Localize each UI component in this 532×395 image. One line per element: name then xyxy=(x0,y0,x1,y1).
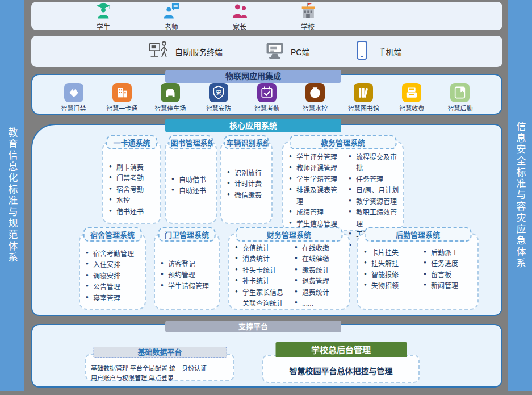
admin-platform-content: 智慧校园平台总体把控与管理 xyxy=(263,365,418,376)
iot-label: 智慧后勤 xyxy=(447,103,472,113)
system-item-list: 后勤派工 任务进度 留言板 新闻管理 xyxy=(418,248,477,292)
system-title: 图书管理系统 xyxy=(168,135,213,149)
system-title: 财务管理系统 xyxy=(236,227,343,242)
system-box-academic: 教务管理系统 学生评分管理 教师评课管理 学生学籍管理 排课及课表管理 成绩管理… xyxy=(282,141,404,231)
terminals-panel: 自助服务终端 PC端 手机端 xyxy=(31,36,502,67)
core-section-header: 核心应用系统 xyxy=(165,119,341,132)
iot-item-logistics: 智慧后勤 xyxy=(436,83,484,113)
system-item: 补卡统计 xyxy=(235,276,287,287)
system-item-list: 在线收缴 在线催缴 缴费统计 退费管理 退费统计 ...... xyxy=(289,243,349,310)
system-title: 门卫管理系统 xyxy=(158,227,216,242)
system-item: 教师评课管理 xyxy=(289,163,341,174)
teacher-icon xyxy=(162,1,181,22)
system-item-list: 识别放行 计时计费 微信缴费 xyxy=(221,142,271,201)
iot-item-security: 安 智慧安防 xyxy=(194,83,242,113)
base-platform-title: 基础数据平台 xyxy=(93,347,227,358)
system-item: 在线催缴 xyxy=(295,254,346,265)
system-title: 教务管理系统 xyxy=(290,135,397,149)
system-item: 自助还书 xyxy=(171,186,213,197)
system-item: 挂失卡统计 xyxy=(235,265,287,276)
system-item: 学生评分管理 xyxy=(289,152,341,163)
user-group-parents: 家长 xyxy=(225,1,254,31)
system-item: 智能报修 xyxy=(364,270,416,281)
system-title: 车辆识别系统 xyxy=(224,135,269,149)
system-item-list: 宿舍考勤管理 入住安排 调寝安排 公告管理 寝室管理 xyxy=(80,234,145,304)
support-platform-panel: 支撑平台 基础数据平台 基础数据管理 平台全局配置 统一身份认证 用户账户与权限… xyxy=(31,324,502,388)
iot-item-onecard: 智慧一卡通 xyxy=(98,83,146,113)
terminal-label: PC端 xyxy=(291,46,309,57)
system-item: 学生请假管理 xyxy=(161,281,216,292)
user-label: 老师 xyxy=(165,22,178,31)
system-item: 后勤派工 xyxy=(424,248,475,259)
system-item: 失物招领 xyxy=(364,281,416,292)
iot-label: 智慧安防 xyxy=(206,103,231,113)
base-data-platform-box: 基础数据平台 基础数据管理 平台全局配置 统一身份认证 用户账户与权限管理 单点… xyxy=(85,354,234,381)
system-item: 教职工绩效管理 xyxy=(349,207,400,230)
door-access-icon xyxy=(64,83,83,102)
system-item: 成绩管理 xyxy=(289,207,341,218)
iot-label: 智慧图书馆 xyxy=(348,103,379,113)
parking-icon xyxy=(161,83,180,102)
system-item: 挂失解挂 xyxy=(364,259,416,269)
system-title: 宿舍管理系统 xyxy=(83,227,142,242)
system-item: 计时计费 xyxy=(227,179,269,190)
parents-icon xyxy=(231,1,249,22)
system-item-list: 自助借书 自助还书 xyxy=(166,142,216,197)
main-diagram-column: 学生 老师 家长 学校 xyxy=(31,0,502,395)
left-standard-sidebar: 教育信息化标准与规范体系 xyxy=(0,0,24,391)
iot-label: 智慧水控 xyxy=(303,103,328,113)
iot-item-library: 智慧图书馆 xyxy=(340,83,388,113)
system-item: 入住安排 xyxy=(86,260,143,271)
system-box-finance: 财务管理系统 充值统计 消费统计 挂失卡统计 补卡统计 学生家长信息关联查询统计… xyxy=(228,233,350,310)
system-item: 退费管理 xyxy=(295,276,346,287)
user-group-teacher: 老师 xyxy=(157,1,186,31)
system-item: 教学资源管理 xyxy=(349,197,400,207)
system-item: 留言板 xyxy=(424,270,475,281)
system-item: 微信缴费 xyxy=(227,190,269,201)
iot-integration-panel: 物联网应用集成 智慧门禁 智慧一卡通 xyxy=(31,74,502,115)
system-item: 在线收缴 xyxy=(295,243,346,254)
security-shield-icon: 安 xyxy=(209,83,228,102)
system-item: 预约管理 xyxy=(161,270,216,281)
system-item: 充值统计 xyxy=(235,243,287,254)
iot-label: 智慧收费 xyxy=(399,103,424,113)
school-icon xyxy=(299,1,317,22)
terminal-label: 手机端 xyxy=(378,46,401,57)
system-item: 流程提交及审批 xyxy=(349,152,400,174)
iot-icon-row: 智慧门禁 智慧一卡通 智慧停车场 安 xyxy=(49,83,484,113)
system-item: 宿舍考勤 xyxy=(109,185,158,196)
smart-campus-architecture-diagram: 教育信息化标准与规范体系 信息安全标准与容灾应急体系 学生 老师 xyxy=(0,0,532,395)
system-title: 一卡通系统 xyxy=(106,135,157,149)
base-platform-content: 基础数据管理 平台全局配置 统一身份认证 用户账户与权限管理 单点登录 xyxy=(91,364,233,383)
iot-item-attendance: 智慧考勤 xyxy=(242,83,291,113)
kiosk-icon xyxy=(148,39,170,64)
payment-pos-icon xyxy=(402,83,421,102)
admin-platform-title: 学校总后台管理 xyxy=(275,342,407,357)
system-item: 日/周、月计划 xyxy=(349,185,400,196)
system-box-vehicle: 车辆识别系统 识别放行 计时计费 微信缴费 xyxy=(220,141,273,224)
onecard-icon xyxy=(112,83,132,102)
user-label: 学生 xyxy=(97,22,110,31)
system-box-dormitory: 宿舍管理系统 宿舍考勤管理 入住安排 调寝安排 公告管理 寝室管理 xyxy=(79,233,146,310)
iot-label: 智慧门禁 xyxy=(61,103,86,113)
user-group-student: 学生 xyxy=(89,1,118,31)
system-item-list: 刷卡消费 门禁考勤 宿舍考勤 水控 借书还书 xyxy=(103,142,160,218)
system-item: 学生学籍管理 xyxy=(289,174,341,185)
library-books-icon xyxy=(354,83,373,102)
system-item: 任务管理 xyxy=(349,174,400,185)
system-item: 任务进度 xyxy=(424,259,475,269)
terminal-label: 自助服务终端 xyxy=(175,46,223,57)
terminal-group-mobile: 手机端 xyxy=(350,39,401,64)
terminal-group-kiosk: 自助服务终端 xyxy=(148,39,223,64)
attendance-calendar-icon xyxy=(257,83,277,102)
system-item: 自助借书 xyxy=(171,175,213,186)
iot-item-door-access: 智慧门禁 xyxy=(49,83,98,113)
system-item: 新闻管理 xyxy=(424,281,475,292)
system-box-library: 图书管理系统 自助借书 自助还书 xyxy=(165,141,217,224)
terminal-group-pc: PC端 xyxy=(263,39,309,64)
water-control-icon xyxy=(305,83,325,102)
admin-platform-box: 学校总后台管理 智慧校园平台总体把控与管理 xyxy=(262,355,420,383)
system-item: 消费统计 xyxy=(235,254,287,265)
users-panel: 学生 老师 家长 学校 xyxy=(31,2,502,30)
system-item: 调寝安排 xyxy=(86,271,143,282)
